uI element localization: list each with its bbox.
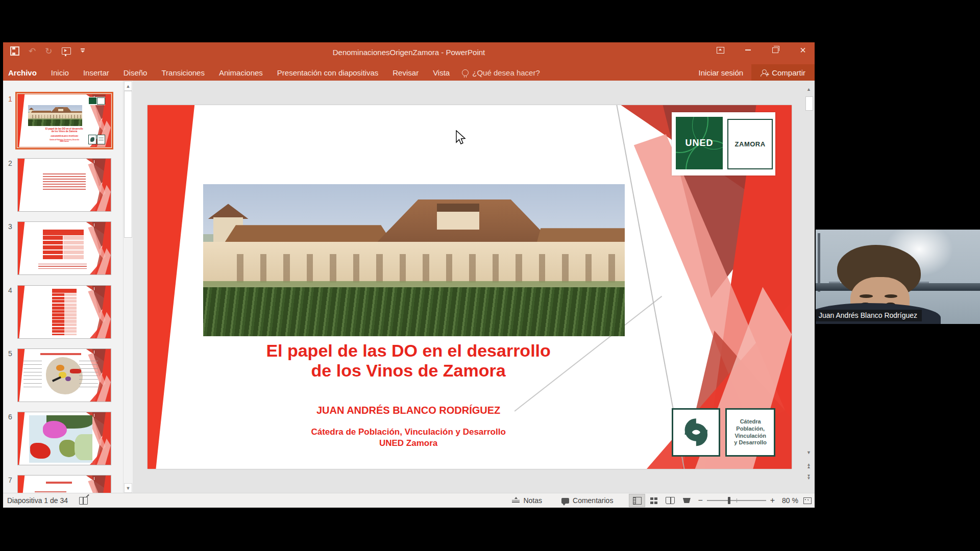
thumbnail-number: 7 bbox=[8, 476, 12, 484]
tab-inicio[interactable]: Inicio bbox=[44, 64, 76, 81]
slide-canvas[interactable]: El papel de las DO en el desarrollo de l… bbox=[148, 105, 792, 469]
notes-icon bbox=[512, 497, 520, 504]
next-slide-button[interactable]: ▼▼ bbox=[805, 472, 813, 482]
slide-thumbnail-6[interactable] bbox=[17, 412, 111, 465]
ribbon-display-options-icon bbox=[717, 47, 724, 54]
comments-button[interactable]: Comentarios bbox=[561, 496, 613, 505]
zoom-level[interactable]: 80 % bbox=[782, 496, 798, 505]
powerpoint-window: ↶ ↻ DenominacionesOrigenZamora - PowerPo… bbox=[3, 42, 815, 508]
view-slideshow-icon bbox=[683, 498, 691, 503]
catedra-swirl-icon bbox=[672, 408, 720, 457]
lightbulb-icon bbox=[462, 69, 469, 76]
mouse-cursor-icon bbox=[455, 130, 466, 145]
uned-zamora-logo: UNED ZAMORA bbox=[672, 112, 775, 175]
close-button[interactable]: × bbox=[796, 44, 810, 56]
slide-thumbnail-panel: 1 El papel de las DO en el desarrollode … bbox=[3, 81, 133, 493]
minimize-button[interactable] bbox=[741, 44, 754, 56]
tab-diseno[interactable]: Diseño bbox=[116, 64, 155, 81]
restore-icon bbox=[772, 47, 778, 53]
fit-to-window-icon[interactable] bbox=[803, 497, 812, 504]
participant-name-label: Juan Andrés Blanco Rodríguez bbox=[816, 310, 922, 321]
restore-button[interactable] bbox=[769, 44, 782, 56]
view-slide-sorter-button[interactable] bbox=[646, 494, 662, 507]
title-bar: ↶ ↻ DenominacionesOrigenZamora - PowerPo… bbox=[3, 42, 815, 64]
catedra-logo: Cátedra Población, Vinculación y Desarro… bbox=[672, 408, 775, 457]
tab-presentacion[interactable]: Presentación con diapositivas bbox=[270, 64, 385, 81]
notes-button[interactable]: Notas bbox=[512, 496, 542, 505]
editor-scrollbar-thumb[interactable] bbox=[805, 96, 813, 111]
comments-icon bbox=[561, 498, 569, 504]
thumbnail-number: 2 bbox=[8, 159, 12, 167]
thumbnail-number: 4 bbox=[8, 286, 12, 294]
share-person-icon: + bbox=[761, 69, 768, 76]
slide-thumbnail-5[interactable] bbox=[17, 348, 111, 402]
slide-thumbnail-7[interactable] bbox=[17, 475, 111, 493]
spellcheck-icon[interactable] bbox=[79, 497, 88, 505]
thumbnail-number: 1 bbox=[8, 95, 12, 103]
view-normal-button[interactable] bbox=[629, 494, 645, 507]
share-button[interactable]: + Compartir bbox=[751, 64, 815, 81]
mini-uned-logo bbox=[88, 97, 105, 105]
slide-thumbnail-1[interactable]: El papel de las DO en el desarrollode lo… bbox=[17, 94, 111, 147]
status-bar: Diapositiva 1 de 34 Notas Comentarios − … bbox=[3, 493, 815, 508]
zoom-slider[interactable] bbox=[707, 500, 766, 501]
zoom-out-button[interactable]: − bbox=[695, 496, 705, 505]
tab-revisar[interactable]: Revisar bbox=[385, 64, 426, 81]
winery-photo[interactable] bbox=[203, 184, 625, 336]
slide-organization[interactable]: Cátedra de Población, Vinculación y Desa… bbox=[192, 427, 624, 448]
slide-thumbnail-4[interactable] bbox=[17, 285, 111, 339]
tell-me-label: ¿Qué desea hacer? bbox=[472, 68, 540, 77]
thumbnail-scrollbar-thumb[interactable] bbox=[124, 91, 132, 238]
view-slideshow-button[interactable] bbox=[679, 494, 694, 507]
slide-thumbnail-2[interactable] bbox=[17, 158, 111, 212]
thumbnail-number: 3 bbox=[8, 222, 12, 231]
view-normal-icon bbox=[633, 497, 642, 505]
tab-vista[interactable]: Vista bbox=[426, 64, 457, 81]
thumbnail-scrollbar[interactable]: ▲ ▼ bbox=[123, 81, 132, 493]
scroll-up-icon[interactable]: ▲ bbox=[805, 84, 813, 94]
tab-transiciones[interactable]: Transiciones bbox=[154, 64, 211, 81]
editor-scrollbar[interactable]: ▲ ▼ ▲▲ ▼▼ bbox=[805, 84, 813, 482]
thumbnail-number: 5 bbox=[8, 349, 12, 358]
view-sorter-icon bbox=[650, 497, 657, 504]
scroll-down-icon[interactable]: ▼ bbox=[124, 483, 132, 493]
scroll-up-icon[interactable]: ▲ bbox=[124, 81, 132, 91]
zamora-logo-box: ZAMORA bbox=[727, 119, 773, 169]
tell-me-box[interactable]: ¿Qué desea hacer? bbox=[462, 68, 540, 77]
tab-animaciones[interactable]: Animaciones bbox=[212, 64, 270, 81]
share-label: Compartir bbox=[772, 68, 805, 77]
minimize-icon bbox=[745, 49, 751, 51]
uned-logo-square: UNED bbox=[676, 117, 722, 170]
slide-counter: Diapositiva 1 de 34 bbox=[7, 496, 68, 505]
scroll-down-icon[interactable]: ▼ bbox=[805, 447, 813, 458]
view-reading-button[interactable] bbox=[663, 494, 678, 507]
thumbnail-number: 6 bbox=[8, 413, 12, 421]
slide-author[interactable]: JUAN ANDRÉS BLANCO RODRÍGUEZ bbox=[192, 405, 624, 416]
slide-editor-area: El papel de las DO en el desarrollo de l… bbox=[133, 81, 815, 493]
slide-title[interactable]: El papel de las DO en el desarrollo de l… bbox=[192, 341, 624, 381]
view-reading-icon bbox=[666, 497, 675, 504]
tab-archivo[interactable]: Archivo bbox=[3, 64, 44, 81]
sign-in-button[interactable]: Iniciar sesión bbox=[691, 68, 752, 77]
slide-thumbnail-3[interactable] bbox=[17, 221, 111, 275]
mini-catedra-logo bbox=[88, 135, 105, 143]
previous-slide-button[interactable]: ▲▲ bbox=[805, 461, 813, 471]
window-title: DenominacionesOrigenZamora - PowerPoint bbox=[3, 48, 815, 57]
zoom-slider-thumb[interactable] bbox=[728, 497, 730, 504]
zoom-in-button[interactable]: + bbox=[767, 496, 778, 505]
webcam-overlay: Juan Andrés Blanco Rodríguez bbox=[816, 230, 980, 324]
tab-insertar[interactable]: Insertar bbox=[76, 64, 116, 81]
ribbon-display-options-button[interactable] bbox=[714, 44, 727, 56]
